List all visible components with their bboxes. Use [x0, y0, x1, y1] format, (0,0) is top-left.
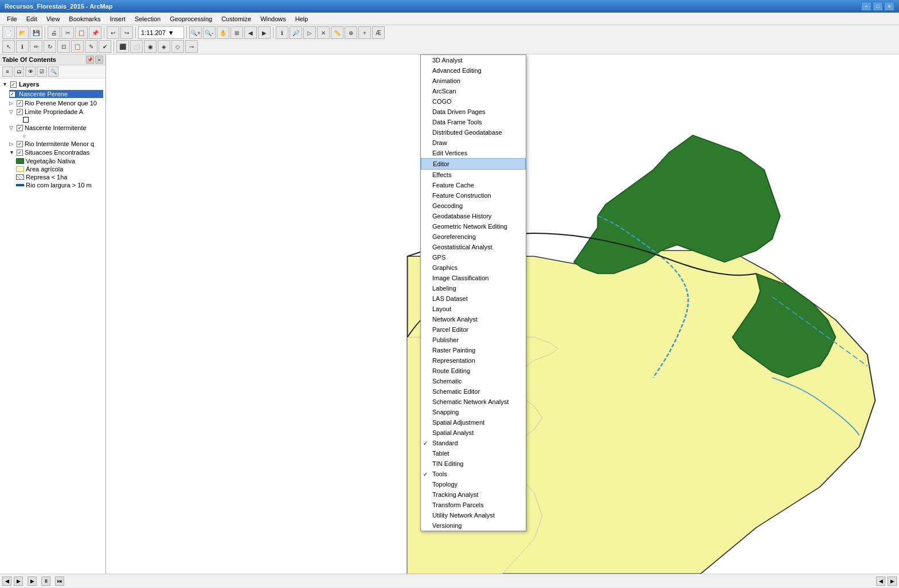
paste-button[interactable]: 📌	[89, 26, 101, 39]
snap-btn[interactable]: ⊡	[57, 40, 70, 53]
menu-entry-geocoding[interactable]: Geocoding	[421, 201, 526, 211]
undo-button[interactable]: ↩	[107, 26, 119, 39]
layer-situacoes-checkbox[interactable]	[17, 150, 23, 156]
attribute-btn[interactable]: 📋	[71, 40, 84, 53]
open-button[interactable]: 📂	[16, 26, 29, 39]
toc-pin-button[interactable]: 📌	[86, 56, 94, 64]
menu-entry-geodatabase-history[interactable]: Geodatabase History	[421, 211, 526, 221]
pan-btn[interactable]: ✋	[217, 26, 229, 39]
menu-entry-standard[interactable]: ✓Standard	[421, 438, 526, 448]
clear-sel-btn[interactable]: ✕	[317, 26, 330, 39]
select-btn[interactable]: ▷	[303, 26, 316, 39]
menu-entry-image-classification[interactable]: Image Classification	[421, 273, 526, 283]
toc-search-btn[interactable]: 🔍	[48, 66, 58, 77]
extra1-btn[interactable]: ⬛	[116, 40, 129, 53]
play-btn[interactable]: ▶	[28, 577, 37, 586]
layer-limite-checkbox[interactable]	[17, 109, 23, 115]
layer-limite-propriedade[interactable]: ▽ Limite Propriedade A	[9, 108, 103, 115]
minimize-button[interactable]: −	[861, 2, 871, 11]
menu-entry-network-analyst[interactable]: Network Analyst	[421, 314, 526, 324]
edit-vertex-btn[interactable]: ✏	[30, 40, 42, 53]
menu-entry-effects[interactable]: Effects	[421, 170, 526, 180]
layer-rio-perene-checkbox[interactable]	[17, 100, 23, 107]
menu-entry-snapping[interactable]: Snapping	[421, 407, 526, 417]
menu-entry-route-editing[interactable]: Route Editing	[421, 366, 526, 376]
status-scroll-map-left[interactable]: ◀	[876, 577, 885, 586]
cut-button[interactable]: ✂	[61, 26, 74, 39]
scale-dropdown-arrow[interactable]: ▼	[168, 29, 174, 36]
menu-entry-distributed-geodatabase[interactable]: Distributed Geodatabase	[421, 127, 526, 138]
menu-file[interactable]: File	[2, 14, 22, 23]
menu-entry-georeferencing[interactable]: Georeferencing	[421, 232, 526, 242]
rotate-btn[interactable]: ↻	[44, 40, 56, 53]
menu-entry-gps[interactable]: GPS	[421, 252, 526, 262]
layers-group-header[interactable]: ▼ Layers	[2, 81, 103, 88]
extra4-btn[interactable]: ◈	[158, 40, 170, 53]
menu-entry-cogo[interactable]: COGO	[421, 96, 526, 107]
layers-group-checkbox[interactable]	[10, 81, 17, 88]
layers-expand-icon[interactable]: ▼	[2, 81, 8, 87]
save-button[interactable]: 💾	[30, 26, 42, 39]
menu-view[interactable]: View	[42, 14, 65, 23]
menu-entry-feature-construction[interactable]: Feature Construction	[421, 190, 526, 201]
menu-customize[interactable]: Customize	[217, 14, 256, 23]
toc-vis-btn[interactable]: 👁	[25, 66, 36, 77]
redo-button[interactable]: ↪	[120, 26, 133, 39]
extra2-btn[interactable]: ⬜	[130, 40, 143, 53]
toc-sel-btn[interactable]: ☑	[37, 66, 47, 77]
menu-entry-publisher[interactable]: Publisher	[421, 335, 526, 345]
maximize-button[interactable]: □	[873, 2, 883, 11]
menu-entry-feature-cache[interactable]: Feature Cache	[421, 180, 526, 190]
menu-entry-schematic[interactable]: Schematic	[421, 376, 526, 386]
menu-entry-schematic-network-analyst[interactable]: Schematic Network Analyst	[421, 397, 526, 407]
extra6-btn[interactable]: ⊸	[185, 40, 198, 53]
layer-nascente-perene-checkbox[interactable]	[9, 91, 15, 97]
scale-combo[interactable]: 1:11.207 ▼	[138, 26, 184, 39]
menu-entry-representation[interactable]: Representation	[421, 355, 526, 366]
new-button[interactable]: 📄	[2, 26, 15, 39]
menu-bookmarks[interactable]: Bookmarks	[64, 14, 105, 23]
layer-nascente-intermitente[interactable]: ▽ Nascente Intermitente	[9, 124, 103, 131]
layer-rio-intermitente-checkbox[interactable]	[17, 141, 23, 147]
menu-help[interactable]: Help	[291, 14, 313, 23]
goto-xy-btn[interactable]: ⊕	[345, 26, 357, 39]
end-btn[interactable]: ⏭	[55, 577, 64, 586]
menu-entry-tin-editing[interactable]: TIN Editing	[421, 458, 526, 469]
menu-entry-tools[interactable]: ✓Tools	[421, 469, 526, 479]
print-button[interactable]: 🖨	[48, 26, 60, 39]
menu-entry-edit-vertices[interactable]: Edit Vertices	[421, 148, 526, 158]
menu-entry-transform-parcels[interactable]: Transform Parcels	[421, 500, 526, 510]
menu-insert[interactable]: Insert	[105, 14, 130, 23]
menu-entry-tablet[interactable]: Tablet	[421, 448, 526, 458]
menu-entry-advanced-editing[interactable]: Advanced Editing	[421, 65, 526, 76]
layer-nascente-intermitente-checkbox[interactable]	[17, 125, 23, 131]
layer-rio-intermitente[interactable]: ▷ Rio Intermitente Menor q	[9, 140, 103, 147]
menu-entry-graphics[interactable]: Graphics	[421, 262, 526, 273]
menu-entry-draw[interactable]: Draw	[421, 138, 526, 148]
layer-nascente-perene[interactable]: Nascente Perene	[9, 90, 103, 98]
map-area[interactable]: 3D AnalystAdvanced EditingAnimationArcSc…	[106, 54, 899, 574]
find-btn[interactable]: 🔎	[290, 26, 302, 39]
select-arrow-btn[interactable]: ↖	[2, 40, 15, 53]
full-extent-btn[interactable]: ⊞	[230, 26, 243, 39]
toc-source-btn[interactable]: 🗂	[14, 66, 24, 77]
extra5-btn[interactable]: ◇	[171, 40, 184, 53]
menu-entry-3d-analyst[interactable]: 3D Analyst	[421, 55, 526, 65]
status-scroll-map-right[interactable]: ▶	[888, 577, 897, 586]
menu-entry-tracking-analyst[interactable]: Tracking Analyst	[421, 489, 526, 500]
menu-entry-spatial-analyst[interactable]: Spatial Analyst	[421, 428, 526, 438]
add-data-btn[interactable]: +	[358, 26, 371, 39]
menu-entry-editor[interactable]: Editor	[421, 158, 526, 170]
menu-windows[interactable]: Windows	[256, 14, 291, 23]
menu-edit[interactable]: Edit	[22, 14, 42, 23]
scroll-right-btn[interactable]: ▶	[14, 577, 23, 586]
menu-entry-data-driven-pages[interactable]: Data Driven Pages	[421, 107, 526, 117]
zoom-prev-btn[interactable]: ◀	[244, 26, 257, 39]
zoom-out-btn[interactable]: 🔍-	[203, 26, 216, 39]
menu-geoprocessing[interactable]: Geoprocessing	[165, 14, 217, 23]
menu-entry-geometric-network-editing[interactable]: Geometric Network Editing	[421, 221, 526, 232]
copy-button[interactable]: 📋	[75, 26, 88, 39]
menu-entry-spatial-adjustment[interactable]: Spatial Adjustment	[421, 417, 526, 428]
zoom-in-btn[interactable]: 🔍+	[189, 26, 202, 39]
menu-entry-animation[interactable]: Animation	[421, 76, 526, 86]
